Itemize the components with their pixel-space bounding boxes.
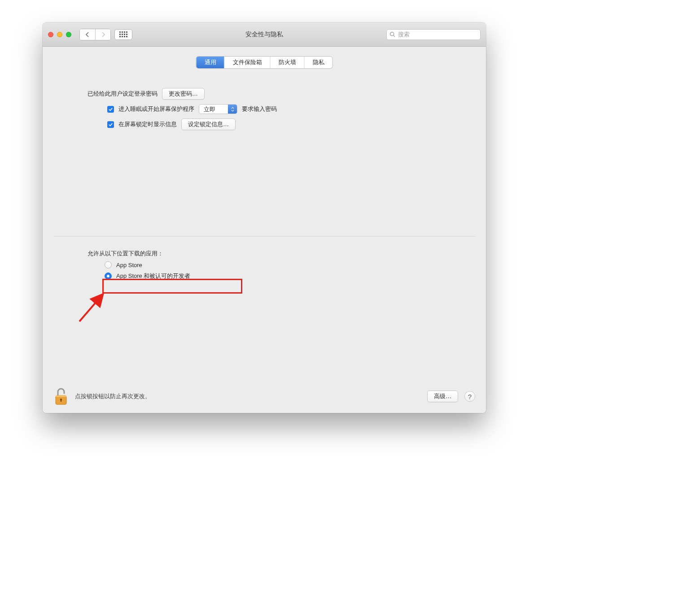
annotation-arrow-icon — [74, 289, 110, 325]
lock-icon[interactable] — [53, 387, 69, 405]
minimize-window-button[interactable] — [57, 32, 62, 37]
annotation-highlight — [102, 279, 242, 294]
allow-app-store-radio[interactable] — [105, 261, 112, 268]
allow-apps-section: 允许从以下位置下载的应用： App Store App Store 和被认可的开… — [88, 250, 190, 280]
tab-general[interactable]: 通用 — [197, 57, 224, 68]
help-button[interactable]: ? — [464, 391, 475, 402]
require-password-delay-select[interactable]: 立即 — [199, 104, 237, 114]
search-field[interactable] — [386, 29, 481, 40]
preferences-window: 安全性与隐私 通用 文件保险箱 防火墙 隐私 已经给此用户设定登录密码 更改密码… — [43, 22, 486, 413]
allow-app-store-label: App Store — [116, 262, 142, 268]
advanced-button[interactable]: 高级… — [427, 391, 458, 402]
divider — [53, 236, 475, 237]
check-icon — [108, 107, 113, 112]
show-all-preferences-button[interactable] — [114, 29, 132, 40]
search-input[interactable] — [398, 31, 477, 38]
tab-bar: 通用 文件保险箱 防火墙 隐私 — [197, 57, 332, 68]
help-icon: ? — [468, 393, 472, 400]
login-password-label: 已经给此用户设定登录密码 — [88, 90, 158, 98]
show-lock-message-label: 在屏幕锁定时显示信息 — [118, 120, 177, 128]
tab-firewall[interactable]: 防火墙 — [270, 57, 304, 68]
nav-buttons — [79, 29, 111, 40]
svg-rect-4 — [56, 395, 66, 397]
grid-icon — [119, 31, 127, 37]
check-icon — [108, 122, 113, 127]
back-button[interactable] — [80, 29, 95, 40]
zoom-window-button[interactable] — [66, 32, 71, 37]
updown-arrows-icon — [228, 105, 237, 114]
toolbar: 安全性与隐私 — [43, 22, 486, 47]
close-window-button[interactable] — [48, 32, 53, 37]
svg-point-0 — [390, 32, 394, 36]
svg-line-2 — [79, 295, 102, 321]
lock-hint-text: 点按锁按钮以防止再次更改。 — [75, 392, 151, 400]
select-value: 立即 — [199, 105, 228, 114]
chevron-left-icon — [85, 32, 90, 37]
search-icon — [389, 31, 395, 37]
allow-identified-developers-radio[interactable] — [105, 272, 112, 280]
pane-body: 通用 文件保险箱 防火墙 隐私 已经给此用户设定登录密码 更改密码… 进入睡眠或… — [43, 47, 486, 413]
forward-button[interactable] — [95, 29, 110, 40]
window-controls — [48, 32, 71, 37]
tab-filevault[interactable]: 文件保险箱 — [224, 57, 270, 68]
allow-apps-heading: 允许从以下位置下载的应用： — [88, 250, 190, 258]
allow-identified-developers-label: App Store 和被认可的开发者 — [116, 272, 190, 280]
set-lock-message-button[interactable]: 设定锁定信息… — [181, 119, 236, 130]
footer: 点按锁按钮以防止再次更改。 高级… ? — [43, 380, 486, 413]
tab-privacy[interactable]: 隐私 — [304, 57, 332, 68]
require-password-prefix: 进入睡眠或开始屏幕保护程序 — [118, 105, 194, 113]
show-lock-message-checkbox[interactable] — [107, 121, 114, 128]
require-password-suffix: 要求输入密码 — [242, 105, 277, 113]
general-settings: 已经给此用户设定登录密码 更改密码… 进入睡眠或开始屏幕保护程序 立即 要求输入… — [88, 88, 441, 135]
change-password-button[interactable]: 更改密码… — [162, 88, 205, 100]
svg-rect-6 — [61, 400, 61, 402]
require-password-checkbox[interactable] — [107, 106, 114, 113]
chevron-right-icon — [101, 32, 105, 37]
svg-line-1 — [394, 35, 395, 37]
